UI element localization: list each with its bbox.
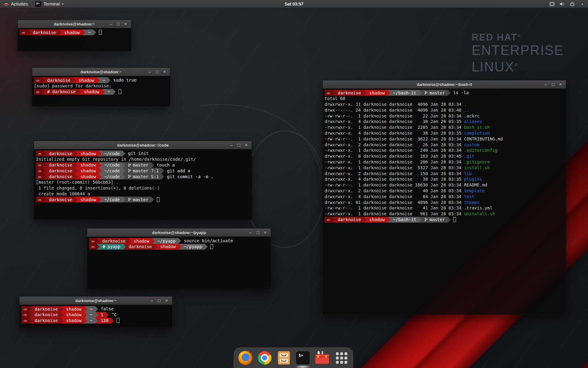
minimize-button[interactable]: –: [107, 20, 115, 28]
display-icon[interactable]: [549, 2, 555, 6]
terminal-line: darknoiseshadow~/bash-itmaster: [325, 217, 566, 223]
power-icon[interactable]: [570, 2, 575, 6]
maximize-button[interactable]: □: [549, 80, 557, 89]
dock-item-chrome[interactable]: [258, 351, 272, 365]
minimize-button[interactable]: –: [148, 297, 156, 305]
terminal-cursor: [117, 318, 119, 323]
system-menu-caret-icon[interactable]: ▾: [580, 2, 585, 6]
powerline-separator: [84, 312, 87, 318]
command-text: git add a: [167, 168, 190, 173]
window-titlebar[interactable]: darknoise@shadow:~/pyapp–□×: [87, 228, 271, 237]
dock-item-toolbox[interactable]: [315, 351, 329, 365]
output-text: -rw-rw-r--. 1 darknoise darknoise 3622 J…: [325, 136, 464, 141]
output-text: drwxrwxr-x. 2 darknoise darknoise 40 Jan…: [325, 188, 464, 193]
terminal-window-bash-it[interactable]: darknoise@shadow:~/bash-it–□×darknoisesh…: [322, 80, 566, 315]
git-branch-icon: [128, 174, 131, 178]
prompt-segment-icon: [20, 29, 27, 35]
dock-item-app-grid[interactable]: [334, 351, 349, 365]
terminal-line: drwxrwxr-x. 61 darknoise darknoise 4096 …: [325, 199, 566, 205]
close-button[interactable]: ×: [557, 80, 564, 89]
prompt-segment-host: shadow: [62, 29, 83, 35]
close-button[interactable]: ×: [262, 228, 269, 237]
terminal-window-exitcodes[interactable]: darknoise@shadow:~–□×darknoiseshadow~fal…: [19, 296, 172, 328]
minimize-button[interactable]: –: [228, 141, 235, 149]
minimize-button[interactable]: –: [542, 80, 549, 89]
activities-button[interactable]: Activities: [0, 0, 32, 8]
terminal-line: darknoiseshadow~sudo true: [34, 77, 170, 83]
output-text: [sudo] password for darknoise:: [34, 83, 111, 88]
terminal-body[interactable]: darknoiseshadow~sudo true[sudo] password…: [32, 76, 170, 106]
git-branch-icon: [128, 163, 131, 167]
output-text: .git: [464, 154, 474, 159]
powerline-separator: [123, 168, 125, 174]
output-text: lib: [464, 171, 472, 176]
prompt-segment-user: darknoise: [30, 29, 59, 35]
dock-item-terminal[interactable]: $>: [296, 351, 310, 365]
terminal-window-code[interactable]: darknoise@shadow:~/code–□×darknoiseshado…: [34, 141, 252, 220]
terminal-window-sudo[interactable]: darknoise@shadow:~–□×darknoiseshadow~sud…: [32, 67, 170, 106]
terminal-body[interactable]: darknoiseshadow~: [18, 28, 131, 51]
powerline-separator: [99, 162, 101, 168]
powerline-separator: [29, 312, 32, 318]
prompt-segment-icon: [36, 168, 43, 174]
maximize-button[interactable]: □: [254, 228, 262, 237]
prompt-segment-host: shadow: [63, 306, 85, 312]
terminal-body[interactable]: darknoiseshadow~falsedarknoiseshadow~1^C…: [20, 305, 172, 328]
redhat-fedora-icon: [23, 319, 27, 322]
volume-icon[interactable]: [560, 2, 565, 6]
close-button[interactable]: ×: [163, 297, 170, 305]
app-menu-terminal[interactable]: $> Terminal ▾: [32, 0, 67, 8]
terminal-line: drwxrwxr-x. 2 darknoise darknoise 150 Ja…: [325, 171, 566, 176]
window-titlebar[interactable]: darknoise@shadow:~–□×: [20, 297, 172, 305]
prompt-segment-host: shadow: [78, 151, 99, 156]
terminal-body[interactable]: darknoiseshadow~/pyappsource bin/activat…: [87, 237, 271, 289]
close-button[interactable]: ×: [122, 20, 129, 28]
clock[interactable]: Sat 03:57: [285, 2, 303, 6]
command-text: ls -la: [453, 90, 469, 95]
terminal-line: 1 file changed, 0 insertions(+), 0 delet…: [36, 185, 252, 191]
powerline-separator: [332, 90, 335, 96]
prompt-segment-path: ~: [87, 312, 95, 318]
powerline-separator: [387, 90, 390, 96]
maximize-button[interactable]: □: [235, 141, 243, 149]
minimize-button[interactable]: –: [146, 68, 153, 76]
minimize-button[interactable]: –: [247, 228, 254, 237]
prompt-segment-icon: [21, 318, 29, 324]
output-text: -rwxrwxr-x. 1 darknoise darknoise 2205 J…: [325, 125, 464, 130]
window-titlebar[interactable]: darknoise@shadow:~–□×: [32, 68, 170, 76]
terminal-window-home-small[interactable]: darknoise@shadow:~–□×darknoiseshadow~: [17, 20, 131, 51]
window-titlebar[interactable]: darknoise@shadow:~/bash-it–□×: [323, 80, 566, 89]
terminal-cursor: [99, 30, 102, 35]
output-text: ..: [464, 108, 469, 113]
prompt-segment-icon: [34, 77, 42, 83]
powerline-separator: [448, 90, 450, 96]
toolbox-icon: [315, 352, 329, 364]
output-text: drwxrwxr-x. 8 darknoise darknoise 163 Ja…: [325, 154, 464, 159]
dock-item-files[interactable]: [277, 351, 291, 365]
window-buttons: –□×: [148, 297, 170, 305]
maximize-button[interactable]: □: [156, 297, 163, 305]
dock-item-firefox[interactable]: [238, 351, 252, 365]
powerline-separator: [43, 162, 46, 168]
terminal-window-pyapp[interactable]: darknoise@shadow:~/pyapp–□×darknoiseshad…: [87, 228, 271, 289]
terminal-body[interactable]: darknoiseshadow~/bash-itmasterls -latota…: [323, 89, 566, 314]
maximize-button[interactable]: □: [115, 20, 122, 28]
powerline-separator: [43, 174, 46, 179]
command-text: touch a: [157, 163, 175, 167]
close-button[interactable]: ×: [161, 68, 168, 76]
window-titlebar[interactable]: darknoise@shadow:~–□×: [18, 20, 131, 28]
powerline-separator: [97, 238, 100, 244]
prompt-segment-host: shadow: [76, 77, 97, 83]
redhat-fedora-icon: [21, 31, 25, 34]
powerline-separator: [387, 217, 390, 223]
powerline-separator: [332, 217, 335, 223]
output-text: drwxrwxr-x. 4 darknoise darknoise 84 Jan…: [325, 194, 464, 199]
maximize-button[interactable]: □: [153, 68, 161, 76]
redhat-fedora-icon: [23, 313, 27, 316]
terminal-body[interactable]: darknoiseshadow~/codegit initInitialized…: [34, 149, 252, 220]
close-button[interactable]: ×: [243, 141, 250, 149]
window-titlebar[interactable]: darknoise@shadow:~/code–□×: [34, 141, 252, 149]
prompt-segment-path: ~/bash-it: [390, 90, 419, 96]
terminal-line: [sudo] password for darknoise:: [34, 83, 170, 89]
prompt-segment-icon: [36, 174, 43, 179]
